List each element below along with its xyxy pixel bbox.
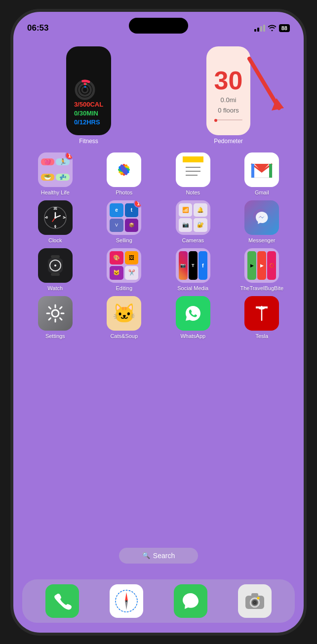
- app-item-editing[interactable]: 🎨 🖼 🐱 ✂️ Editing: [91, 248, 158, 291]
- app-item-tesla[interactable]: Tesla: [229, 296, 295, 339]
- fitness-widget-container[interactable]: 3/500CAL 0/30MIN 0/12HRS Fitness: [22, 46, 155, 145]
- camera-svg-icon: [244, 592, 265, 610]
- phone-frame: 06:53 88: [10, 9, 307, 636]
- wifi-icon: [268, 24, 277, 33]
- gmail-svg-icon: [249, 160, 274, 180]
- svg-point-46: [52, 310, 59, 317]
- dock-icon-messages[interactable]: [174, 584, 207, 618]
- cats-soup-icon: 🐱: [113, 303, 136, 324]
- app-item-notes[interactable]: Notes: [160, 152, 226, 195]
- app-item-healthy-life[interactable]: 1 💓 🏃 🥗 💤 Healthy Life: [22, 152, 88, 195]
- app-icon-travel[interactable]: ▶ ▶ ⭕: [244, 248, 279, 283]
- app-icon-social-media[interactable]: 📷 T f: [176, 248, 210, 283]
- app-icon-tesla[interactable]: [244, 296, 279, 331]
- pedo-floors: 0 floors: [218, 107, 239, 114]
- svg-rect-63: [251, 593, 258, 597]
- svg-point-33: [54, 217, 56, 219]
- app-item-messenger[interactable]: Messenger: [229, 200, 295, 243]
- app-item-travel[interactable]: ▶ ▶ ⭕ TheTravelBugBite: [229, 248, 295, 291]
- app-item-photos[interactable]: Photos: [91, 152, 158, 195]
- dock-item-messages[interactable]: [174, 584, 207, 618]
- app-icon-watch[interactable]: [38, 248, 73, 283]
- fitness-min: 0/30MIN: [74, 110, 103, 117]
- app-name-travel: TheTravelBugBite: [240, 285, 283, 291]
- app-name-cameras: Cameras: [182, 237, 204, 243]
- signal-bar-1: [254, 29, 256, 32]
- search-label: Search: [153, 552, 175, 560]
- pedo-progress-dot: [214, 119, 217, 122]
- dock-item-phone[interactable]: [45, 584, 79, 618]
- svg-point-68: [254, 602, 255, 603]
- app-icon-healthy-life[interactable]: 1 💓 🏃 🥗 💤: [38, 152, 73, 187]
- svg-line-53: [60, 307, 62, 309]
- search-bar[interactable]: 🔍 Search: [119, 548, 198, 564]
- app-item-social-media[interactable]: 📷 T f Social Media: [160, 248, 226, 291]
- app-icon-selling[interactable]: 1 e t V 📦: [107, 200, 141, 235]
- app-icon-gmail[interactable]: [244, 152, 279, 187]
- clock-svg-icon: 12 3 6 9: [42, 205, 68, 230]
- app-item-selling[interactable]: 1 e t V 📦 Selling: [91, 200, 158, 243]
- status-time: 06:53: [27, 23, 48, 33]
- app-item-whatsapp[interactable]: WhatsApp: [160, 296, 226, 339]
- svg-line-54: [49, 318, 51, 320]
- app-icon-cameras[interactable]: 📶 🔔 📷 🔐: [176, 200, 210, 235]
- app-item-clock[interactable]: 12 3 6 9: [22, 200, 88, 243]
- app-name-selling: Selling: [116, 237, 132, 243]
- pedometer-widget[interactable]: 30 0.0mi 0 floors: [206, 46, 251, 135]
- app-item-watch[interactable]: Watch: [22, 248, 88, 291]
- safari-svg-icon: [114, 588, 139, 614]
- pedometer-label: Pedometer: [214, 138, 243, 145]
- watch-svg-icon: [43, 253, 68, 278]
- app-name-watch: Watch: [47, 285, 63, 291]
- app-name-photos: Photos: [116, 189, 132, 195]
- app-item-settings[interactable]: Settings: [22, 296, 88, 339]
- app-name-social-media: Social Media: [177, 285, 208, 291]
- settings-svg-icon: [45, 303, 66, 324]
- svg-rect-41: [51, 273, 60, 276]
- badge-selling: 1: [134, 200, 141, 208]
- app-name-editing: Editing: [116, 285, 132, 291]
- svg-point-61: [125, 600, 127, 602]
- app-name-notes: Notes: [186, 189, 200, 195]
- app-name-messenger: Messenger: [248, 237, 275, 243]
- app-item-cameras[interactable]: 📶 🔔 📷 🔐 Cameras: [160, 200, 226, 243]
- app-item-gmail[interactable]: Gmail: [229, 152, 295, 195]
- dock-icon-safari[interactable]: [110, 584, 143, 618]
- app-name-whatsapp: WhatsApp: [180, 333, 205, 339]
- pedo-miles: 0.0mi: [221, 96, 237, 104]
- app-icon-cats-soup[interactable]: 🐱: [107, 296, 141, 331]
- svg-point-45: [54, 265, 56, 266]
- notch: [129, 18, 188, 34]
- tesla-svg-icon: [252, 303, 272, 323]
- dock-icon-camera[interactable]: [238, 584, 272, 618]
- status-icons: 88: [254, 24, 290, 33]
- app-name-settings: Settings: [45, 333, 65, 339]
- pedo-steps: 30: [214, 68, 243, 93]
- app-icon-clock[interactable]: 12 3 6 9: [38, 200, 73, 235]
- pedo-progress-line: [214, 119, 243, 120]
- app-name-healthy-life: Healthy Life: [41, 189, 70, 195]
- app-icon-whatsapp[interactable]: [176, 296, 210, 331]
- svg-line-51: [49, 307, 51, 309]
- phone-svg-icon: [53, 592, 72, 610]
- dock-item-safari[interactable]: [110, 584, 143, 618]
- app-icon-notes[interactable]: [176, 152, 210, 187]
- app-name-cats-soup: Cats&Soup: [110, 333, 138, 339]
- fitness-rings-icon: [74, 79, 96, 101]
- pedometer-widget-container[interactable]: 30 0.0mi 0 floors Pedometer: [162, 46, 295, 145]
- phone-inner: 06:53 88: [13, 12, 304, 633]
- app-item-cats-soup[interactable]: 🐱 Cats&Soup: [91, 296, 158, 339]
- notes-svg-icon: [180, 156, 206, 183]
- fitness-widget[interactable]: 3/500CAL 0/30MIN 0/12HRS: [66, 46, 111, 135]
- app-icon-editing[interactable]: 🎨 🖼 🐱 ✂️: [107, 248, 141, 283]
- signal-bar-2: [257, 28, 259, 32]
- signal-bar-3: [260, 26, 262, 32]
- messages-svg-icon: [181, 591, 200, 611]
- app-icon-messenger[interactable]: [244, 200, 279, 235]
- app-icon-settings[interactable]: [38, 296, 73, 331]
- dock-item-camera[interactable]: [238, 584, 272, 618]
- app-icon-photos[interactable]: [107, 152, 141, 187]
- dock-icon-phone[interactable]: [45, 584, 79, 618]
- messenger-svg-icon: [252, 208, 272, 227]
- fitness-label: Fitness: [79, 138, 98, 145]
